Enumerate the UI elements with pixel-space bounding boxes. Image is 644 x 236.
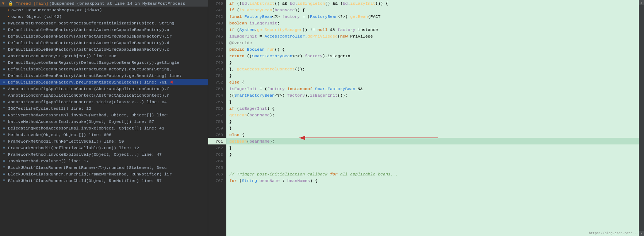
stack-icon-2: ≡: [1, 27, 7, 32]
code-line-751: }: [226, 72, 639, 79]
stack-item-24[interactable]: ≡BlockJUnit4ClassRunner.runChild(Framewo…: [0, 171, 208, 177]
code-line-755: }: [226, 98, 639, 105]
stack-item-9[interactable]: ≡DefaultListableBeanFactory(AbstractBean…: [0, 72, 208, 79]
stack-item-22[interactable]: ≡InvokeMethod.evaluate() line: 17: [0, 158, 208, 164]
stack-icon-22: ≡: [1, 158, 7, 163]
code-line-754: ((SmartFactoryBean<?>) factory).isEagerI…: [226, 92, 639, 98]
stack-list: ≡MyBeanPostProcessor.postProcessBeforeIn…: [0, 20, 208, 184]
code-content-748: return ((SmartFactoryBean<?>) factory).i…: [229, 54, 350, 58]
stack-text-18: Method.invoke(Object, Object[]) line: 60…: [8, 132, 111, 137]
stack-text-11: AnnotationConfigApplicationContext(Abstr…: [8, 86, 169, 91]
stack-text-20: FrameworkMethod$1(ReflectiveCallable).ru…: [8, 146, 139, 150]
code-content-759: }: [229, 126, 232, 131]
stack-icon-17: ≡: [1, 125, 7, 131]
code-line-752: else {: [226, 79, 639, 85]
code-line-743: boolean isEagerInit;: [226, 20, 639, 26]
stack-text-17: DelegatingMethodAccessorImpl.invoke(Obje…: [8, 126, 164, 131]
stack-icon-24: ≡: [1, 171, 7, 177]
thread-suspended: (Suspended (breakpoint at line 14 in MyB…: [49, 1, 185, 6]
code-line-762: }: [226, 144, 639, 151]
stack-text-22: InvokeMethod.evaluate() line: 17: [8, 159, 89, 163]
stack-item-10[interactable]: ≡DefaultListableBeanFactory.preInstantia…: [0, 79, 208, 85]
code-content-749: }: [229, 60, 232, 65]
stack-icon-14: ≡: [1, 106, 7, 111]
stack-text-24: BlockJUnit4ClassRunner.runChild(Framewor…: [8, 172, 172, 177]
stack-item-8[interactable]: ≡DefaultListableBeanFactory(AbstractBean…: [0, 66, 208, 72]
code-line-745: isEagerInit = AccessController.doPrivile…: [226, 33, 639, 39]
thread-header[interactable]: ▼ 🔒 Thread [main] (Suspended (breakpoint…: [0, 0, 208, 7]
code-line-747: public Boolean run() {: [226, 46, 639, 53]
stack-item-2[interactable]: ≡DefaultListableBeanFactory(AbstractAuto…: [0, 26, 208, 33]
stack-text-1: MyBeanPostProcessor.postProcessBeforeIni…: [8, 21, 174, 26]
code-content-758: }: [229, 119, 232, 124]
code-line-761: getBean(beanName);: [226, 138, 639, 144]
stack-item-19[interactable]: ≡FrameworkMethod$1.runReflectiveCall() l…: [0, 138, 208, 144]
code-line-766: // Trigger post-initialization callback …: [226, 171, 639, 177]
code-line-742: final FactoryBean<?> factory = (FactoryB…: [226, 13, 639, 20]
code-line-767: for (String beanName : beanNames) {: [226, 177, 639, 184]
stack-text-6: AbstractBeanFactory$1.getObject() line: …: [8, 54, 116, 58]
code-line-765: [226, 164, 639, 171]
stack-text-7: DefaultSingletonBeanRegistry(DefaultSing…: [8, 60, 179, 65]
scroll-up-btn[interactable]: ▲: [639, 0, 644, 5]
right-scrollbar[interactable]: ▲ ▼: [639, 0, 644, 236]
stack-item-5[interactable]: ≡DefaultListableBeanFactory(AbstractAuto…: [0, 46, 208, 53]
code-line-764: [226, 158, 639, 164]
stack-text-23: BlockJUnit4ClassRunner(ParentRunner<T>).…: [8, 165, 167, 170]
owns-label-1: •: [7, 8, 10, 12]
stack-icon-21: ≡: [1, 152, 7, 157]
stack-text-10: DefaultListableBeanFactory.preInstantiat…: [8, 80, 167, 85]
stack-icon-15: ≡: [1, 112, 7, 117]
owns-1: • owns: ConcurrentHashMap<K,V> (id=41): [0, 7, 208, 13]
line-num-748: 748: [208, 53, 226, 59]
code-line-746: @Override: [226, 39, 639, 46]
stack-item-4[interactable]: ≡DefaultListableBeanFactory(AbstractAuto…: [0, 39, 208, 46]
code-content-767: for (String beanName : beanNames) {: [229, 178, 318, 183]
stack-item-13[interactable]: ≡AnnotationConfigApplicationContext.<ini…: [0, 98, 208, 105]
code-line-763: }: [226, 151, 639, 158]
stack-item-14[interactable]: ≡IOCTestLifeCycle.test1() line: 12: [0, 105, 208, 112]
line-num-758: 758: [208, 118, 226, 125]
stack-item-12[interactable]: ≡AnnotationConfigApplicationContext(Abst…: [0, 92, 208, 98]
stack-item-15[interactable]: ≡NativeMethodAccessorImpl.invoke0(Method…: [0, 112, 208, 118]
stack-item-16[interactable]: ≡NativeMethodAccessorImpl.invoke(Object,…: [0, 118, 208, 125]
line-num-750: 750: [208, 66, 226, 72]
line-num-751: 751: [208, 72, 226, 79]
line-numbers-panel: 7407417427437447457467477487497507517527…: [208, 0, 226, 236]
line-num-759: 759: [208, 125, 226, 131]
stack-icon-18: ≡: [1, 132, 7, 137]
code-line-744: if (System.getSecurityManager() != null …: [226, 26, 639, 33]
stack-icon-11: ≡: [1, 86, 7, 91]
stack-icon-8: ≡: [1, 66, 7, 71]
stack-item-3[interactable]: ≡DefaultListableBeanFactory(AbstractAuto…: [0, 33, 208, 39]
stack-icon-23: ≡: [1, 165, 7, 170]
line-num-742: 742: [208, 13, 226, 20]
stack-item-23[interactable]: ≡BlockJUnit4ClassRunner(ParentRunner<T>)…: [0, 164, 208, 171]
code-content-766: // Trigger post-initialization callback …: [229, 172, 398, 177]
stack-item-25[interactable]: ≡BlockJUnit4ClassRunner.runChild(Object,…: [0, 177, 208, 184]
owns-2: • owns: Object (id=42): [0, 13, 208, 20]
line-num-752: 752: [208, 79, 226, 85]
code-content-743: boolean isEagerInit;: [229, 21, 280, 26]
code-content-752: else {: [229, 80, 244, 85]
line-num-746: 746: [208, 39, 226, 46]
thread-icon: ▼: [1, 1, 6, 6]
stack-item-18[interactable]: ≡Method.invoke(Object, Object[]) line: 6…: [0, 131, 208, 138]
line-num-765: 765: [208, 164, 226, 171]
stack-item-7[interactable]: ≡DefaultSingletonBeanRegistry(DefaultSin…: [0, 59, 208, 66]
code-content-763: }: [229, 152, 232, 157]
stack-text-2: DefaultListableBeanFactory(AbstractAutow…: [8, 27, 169, 32]
stack-item-17[interactable]: ≡DelegatingMethodAccessorImpl.invoke(Obj…: [0, 125, 208, 131]
code-content-755: }: [229, 100, 232, 104]
code-line-756: if (isEagerInit) {: [226, 105, 639, 112]
code-content-746: @Override: [229, 40, 252, 45]
stack-item-11[interactable]: ≡AnnotationConfigApplicationContext(Abst…: [0, 85, 208, 92]
scroll-down-btn[interactable]: ▼: [639, 231, 644, 236]
stack-item-20[interactable]: ≡FrameworkMethod$1(ReflectiveCallable).r…: [0, 144, 208, 151]
stack-item-21[interactable]: ≡FrameworkMethod.invokeExplosively(Objec…: [0, 151, 208, 158]
stack-text-19: FrameworkMethod$1.runReflectiveCall() li…: [8, 139, 124, 144]
stack-item-1[interactable]: ≡MyBeanPostProcessor.postProcessBeforeIn…: [0, 20, 208, 26]
code-line-748: return ((SmartFactoryBean<?>) factory).i…: [226, 53, 639, 59]
code-content-744: if (System.getSecurityManager() != null …: [229, 27, 378, 32]
stack-item-6[interactable]: ≡AbstractBeanFactory$1.getObject() line:…: [0, 53, 208, 59]
